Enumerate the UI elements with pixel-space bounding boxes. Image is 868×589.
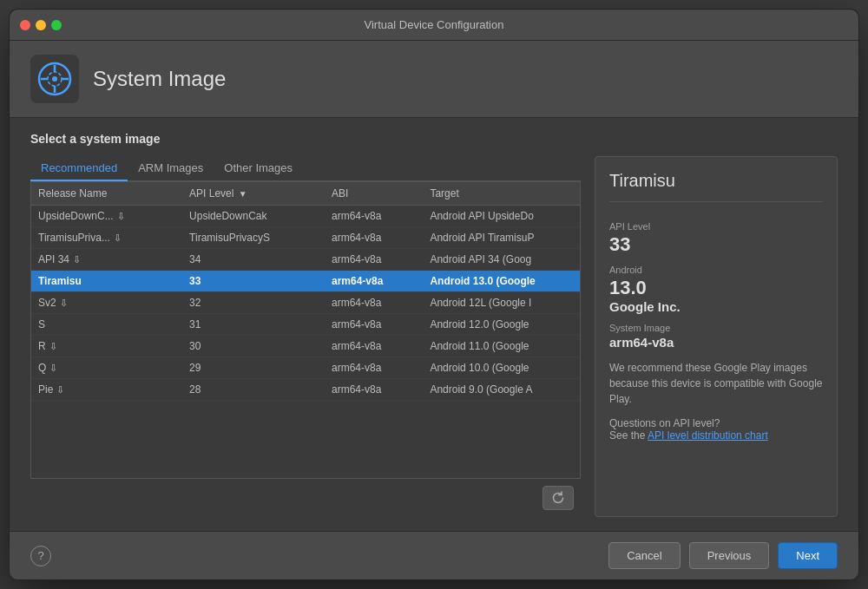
download-icon[interactable]: ⇩: [117, 211, 125, 221]
page-title: System Image: [93, 67, 226, 91]
detail-question: Questions on API level? See the API leve…: [609, 417, 823, 442]
maximize-button[interactable]: [51, 20, 62, 30]
next-button[interactable]: Next: [778, 542, 838, 569]
question-text: Questions on API level?: [609, 417, 720, 429]
android-label: Android: [609, 265, 823, 275]
bottom-bar: ? Cancel Previous Next: [10, 531, 858, 579]
tab-arm-images[interactable]: ARM Images: [128, 156, 214, 181]
main-window: Virtual Device Configuration System Imag…: [9, 9, 859, 580]
download-icon[interactable]: ⇩: [60, 298, 68, 308]
bottom-actions: Cancel Previous Next: [608, 542, 838, 569]
download-icon[interactable]: ⇩: [49, 363, 57, 373]
api-level-value: 33: [609, 233, 823, 256]
api-level-label: API Level: [609, 221, 823, 232]
table-row[interactable]: Tiramisu33arm64-v8aAndroid 13.0 (Google: [31, 271, 580, 292]
tab-other-images[interactable]: Other Images: [214, 156, 303, 181]
android-vendor-value: Google Inc.: [609, 299, 823, 314]
left-panel: Recommended ARM Images Other Images Rele…: [30, 156, 581, 517]
refresh-icon: [551, 491, 565, 505]
table-header: Release Name API Level ▼ ABI: [31, 182, 580, 206]
close-button[interactable]: [20, 20, 30, 30]
help-button[interactable]: ?: [30, 546, 51, 566]
col-api-level[interactable]: API Level ▼: [182, 182, 325, 206]
section-title: Select a system image: [30, 132, 838, 146]
table-row[interactable]: R⇩30arm64-v8aAndroid 11.0 (Google: [31, 336, 580, 357]
tabs: Recommended ARM Images Other Images: [30, 156, 581, 181]
window-controls: [20, 20, 62, 30]
window-title: Virtual Device Configuration: [365, 18, 504, 31]
download-icon[interactable]: ⇩: [73, 254, 81, 265]
header: System Image: [10, 41, 858, 118]
table-footer: [30, 479, 581, 517]
detail-description: We recommend these Google Play images be…: [609, 360, 823, 407]
col-release-name: Release Name: [31, 182, 182, 206]
table-row[interactable]: Sv2⇩32arm64-v8aAndroid 12L (Google I: [31, 292, 580, 314]
detail-title: Tiramisu: [609, 171, 823, 202]
system-image-value: arm64-v8a: [609, 335, 823, 350]
main-content: Select a system image Recommended ARM Im…: [10, 118, 858, 531]
content-area: Recommended ARM Images Other Images Rele…: [30, 156, 838, 517]
download-icon[interactable]: ⇩: [56, 384, 64, 395]
table-row[interactable]: TiramisuPriva...⇩TiramisuPrivacySarm64-v…: [31, 227, 580, 249]
refresh-button[interactable]: [542, 486, 574, 510]
minimize-button[interactable]: [36, 20, 46, 30]
table-row[interactable]: S31arm64-v8aAndroid 12.0 (Google: [31, 314, 580, 336]
system-image-table: Release Name API Level ▼ ABI: [30, 181, 581, 479]
table-row[interactable]: API 34⇩34arm64-v8aAndroid API 34 (Goog: [31, 249, 580, 271]
table-row[interactable]: UpsideDownC...⇩UpsideDownCakarm64-v8aAnd…: [31, 206, 580, 227]
cancel-button[interactable]: Cancel: [608, 542, 680, 569]
download-icon[interactable]: ⇩: [49, 341, 57, 351]
system-image-label: System Image: [609, 323, 823, 333]
android-version-value: 13.0: [609, 277, 823, 299]
svg-point-1: [52, 76, 57, 82]
api-level-chart-link[interactable]: API level distribution chart: [648, 429, 768, 442]
table-row[interactable]: Pie⇩28arm64-v8aAndroid 9.0 (Google A: [31, 379, 580, 401]
col-target: Target: [423, 182, 580, 206]
previous-button[interactable]: Previous: [689, 542, 770, 569]
tab-recommended[interactable]: Recommended: [30, 156, 128, 181]
sort-icon: ▼: [239, 189, 247, 199]
see-text: See the: [609, 429, 648, 442]
table-row[interactable]: Q⇩29arm64-v8aAndroid 10.0 (Google: [31, 357, 580, 379]
col-abi: ABI: [325, 182, 423, 206]
app-icon: [30, 55, 79, 103]
download-icon[interactable]: ⇩: [114, 232, 122, 243]
titlebar: Virtual Device Configuration: [10, 10, 858, 41]
detail-panel: Tiramisu API Level 33 Android 13.0 Googl…: [595, 156, 838, 517]
